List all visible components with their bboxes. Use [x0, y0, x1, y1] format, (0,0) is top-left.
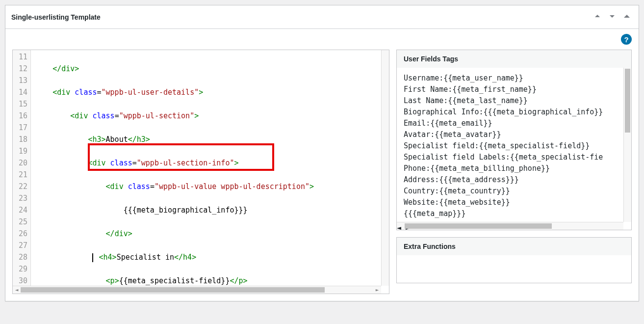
- field-tag[interactable]: Last Name:{{meta_last_name}}: [404, 95, 624, 107]
- field-tag[interactable]: Specialist field:{{meta_specialist-field…: [404, 140, 624, 152]
- editor-vertical-scrollbar[interactable]: [381, 50, 389, 286]
- metabox-header-controls: [592, 10, 633, 24]
- field-tag[interactable]: Username:{{meta_user_name}}: [404, 73, 624, 84]
- metabox-header: Single-userlisting Template: [5, 5, 639, 29]
- scrollbar-thumb[interactable]: [625, 69, 630, 133]
- extra-functions-header: Extra Functions: [397, 238, 631, 255]
- field-tag[interactable]: {{{meta_map}}}: [404, 208, 624, 219]
- collapse-icon[interactable]: [621, 10, 633, 24]
- line-number-gutter: 1112131415161718192021222324252627282930: [13, 50, 31, 286]
- user-fields-tags-header: User Fields Tags: [397, 50, 631, 68]
- metabox-body: ? 11121314151617181920212223242526272829…: [5, 29, 639, 301]
- field-tag[interactable]: First Name:{{meta_first_name}}: [404, 84, 624, 95]
- move-up-icon[interactable]: [592, 10, 603, 24]
- field-tag[interactable]: Email:{{meta_email}}: [404, 118, 624, 129]
- fields-vertical-scrollbar[interactable]: [623, 68, 631, 222]
- user-fields-tags-body[interactable]: Username:{{meta_user_name}} First Name:{…: [397, 68, 631, 230]
- help-icon[interactable]: ?: [621, 34, 632, 45]
- field-tag[interactable]: Phone:{{meta_meta_billing_phone}}: [404, 163, 624, 174]
- field-tag[interactable]: Specialist field Labels:{{meta_specialis…: [404, 152, 624, 163]
- field-tag[interactable]: Website:{{meta_website}}: [404, 197, 624, 208]
- extra-functions-panel: Extra Functions: [396, 237, 632, 283]
- scroll-left-icon[interactable]: ◄: [13, 286, 21, 294]
- scroll-left-icon[interactable]: ◄: [397, 223, 401, 230]
- scroll-right-icon[interactable]: ►: [373, 286, 381, 294]
- single-userlisting-template-metabox: Single-userlisting Template ? 1112131415…: [5, 5, 639, 301]
- user-fields-tags-panel: User Fields Tags Username:{{meta_user_na…: [396, 50, 632, 230]
- scrollbar-thumb[interactable]: [405, 223, 552, 229]
- extra-functions-body[interactable]: [397, 255, 631, 283]
- metabox-title: Single-userlisting Template: [11, 13, 101, 21]
- move-down-icon[interactable]: [606, 10, 618, 24]
- text-cursor: [92, 253, 93, 262]
- editor-horizontal-scrollbar[interactable]: ◄ ►: [13, 286, 381, 294]
- scrollbar-thumb[interactable]: [21, 287, 325, 293]
- field-tag[interactable]: Country:{{meta_country}}: [404, 186, 624, 197]
- field-tag[interactable]: Avatar:{{meta_avatar}}: [404, 129, 624, 140]
- code-content[interactable]: </div> <div class="wppb-ul-user-details"…: [31, 50, 389, 286]
- field-tag[interactable]: Biographical Info:{{{meta_biographical_i…: [404, 107, 624, 118]
- fields-horizontal-scrollbar[interactable]: ◄ ►: [397, 222, 623, 230]
- field-tag[interactable]: Address:{{{meta_address}}}: [404, 174, 624, 186]
- code-editor[interactable]: 1112131415161718192021222324252627282930…: [12, 50, 389, 294]
